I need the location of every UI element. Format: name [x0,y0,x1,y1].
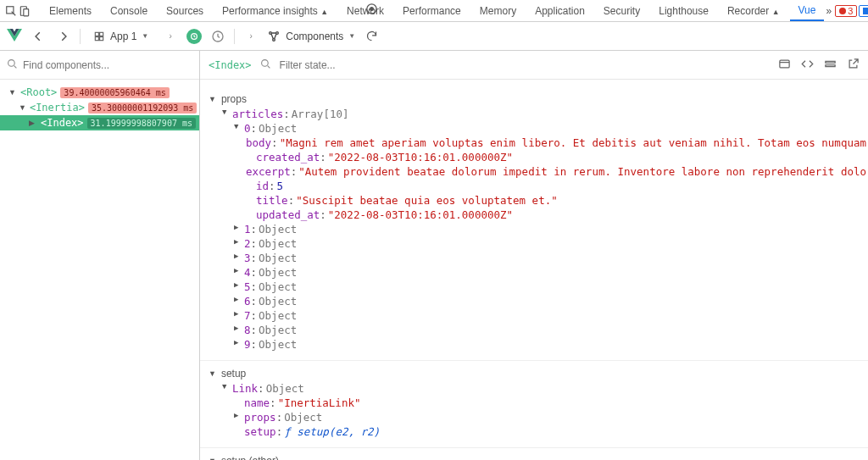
svg-rect-5 [100,32,103,36]
svg-point-10 [270,31,272,34]
prop-updated-at[interactable]: updated_at: "2022-08-03T10:16:01.000000Z… [200,208,868,222]
prop-body[interactable]: body: "Magni rem amet aperiam voluptas e… [200,136,868,150]
caret-right-icon: ▶ [234,338,244,346]
scroll-to-component-icon[interactable] [778,58,791,73]
caret-down-icon: ▼ [222,382,232,391]
chevron-down-icon: ▼ [348,32,355,40]
state-inspector-panel: <Index> ▼props ▼articles: Array[10] ▼0: … [200,51,868,460]
svg-rect-17 [780,60,789,68]
setup-link-props[interactable]: ▶props: Object [200,410,868,424]
inspect-dom-icon[interactable] [824,58,837,73]
prop-excerpt[interactable]: excerpt: "Autem provident beatae dolorum… [200,164,868,179]
caret-right-icon: ▶ [29,119,37,127]
prop-articles-8[interactable]: ▶8: Object [200,323,868,337]
caret-right-icon: ▶ [234,237,244,246]
caret-right-icon: ▶ [234,295,244,303]
section-header-setup[interactable]: ▼setup [200,366,868,381]
setup-link-setup[interactable]: setup: ƒ setup(e2, r2) [200,424,868,439]
divider [234,29,235,44]
caret-down-icon: ▼ [209,369,216,378]
section-header-setup-other[interactable]: ▼setup (other) [200,453,868,460]
tree-node-index[interactable]: ▶ <Index> 31.19999998807907 ms [0,115,199,130]
tab-elements[interactable]: Elements [41,2,100,20]
tree-node-root[interactable]: ▼ <Root> 39.40000005960464 ms [0,85,199,100]
tree-node-timing: 31.19999998807907 ms [87,118,196,129]
prop-articles-4[interactable]: ▶4: Object [200,265,868,280]
timeline-tab-icon[interactable] [209,27,227,46]
inspector-tab-icon[interactable] [186,29,202,44]
setup-link[interactable]: ▼Link: Object [200,381,868,396]
chevron-right-icon[interactable]: › [242,27,260,46]
select-component-icon[interactable] [362,0,381,19]
tab-sources[interactable]: Sources [158,2,212,20]
app-selector-label: App 1 [110,30,136,42]
caret-down-icon: ▼ [234,122,244,130]
svg-rect-2 [24,8,29,15]
vue-logo-icon [7,29,22,44]
caret-right-icon: ▶ [234,252,244,260]
prop-articles-9[interactable]: ▶9: Object [200,337,868,352]
tree-node-label: <Inertia> [30,102,85,114]
prop-articles-3[interactable]: ▶3: Object [200,251,868,265]
inspector-selector[interactable]: Components ▼ [267,30,355,43]
tree-node-timing: 39.40000005960464 ms [60,87,169,98]
tab-console[interactable]: Console [102,2,156,20]
caret-down-icon: ▼ [222,108,232,116]
inspector-selector-label: Components [286,30,343,42]
nav-forward-icon[interactable] [54,27,73,46]
vue-toolbar: App 1 ▼ › › Components ▼ ⋮ [0,22,868,51]
refresh-icon[interactable] [362,27,381,46]
inspect-element-icon[interactable] [5,3,17,19]
search-icon [7,58,18,72]
prop-articles-2[interactable]: ▶2: Object [200,236,868,251]
prop-articles-5[interactable]: ▶5: Object [200,280,868,294]
tree-node-label: <Root> [20,86,57,98]
caret-right-icon: ▶ [234,411,244,419]
svg-rect-19 [826,64,835,66]
svg-point-15 [8,59,15,66]
open-in-editor-icon[interactable] [847,58,860,73]
setup-link-name[interactable]: name: "InertiaLink" [200,396,868,410]
prop-articles-1[interactable]: ▶1: Object [200,222,868,236]
caret-right-icon: ▶ [234,324,244,332]
prop-articles-6[interactable]: ▶6: Object [200,294,868,308]
svg-rect-6 [95,36,98,40]
prop-id[interactable]: id: 5 [200,179,868,193]
svg-rect-18 [826,61,835,63]
prop-articles-0[interactable]: ▼0: Object [200,121,868,136]
prop-created-at[interactable]: created_at: "2022-08-03T10:16:01.000000Z… [200,150,868,164]
component-search-input[interactable] [23,59,192,71]
chevron-right-icon[interactable]: › [161,27,180,46]
prop-articles[interactable]: ▼articles: Array[10] [200,107,868,121]
svg-point-16 [261,59,268,66]
prop-title[interactable]: title: "Suscipit beatae quia eos volupta… [200,193,868,208]
caret-right-icon: ▶ [234,280,244,289]
tree-node-timing: 35.30000001192093 ms [88,103,197,114]
tree-node-inertia[interactable]: ▼ <Inertia> 35.30000001192093 ms [0,100,199,115]
caret-right-icon: ▶ [234,309,244,318]
caret-down-icon: ▼ [19,103,26,112]
component-tree-panel: ▼ <Root> 39.40000005960464 ms ▼ <Inertia… [0,51,200,460]
caret-down-icon: ▼ [8,88,17,97]
device-toggle-icon[interactable] [19,3,31,19]
prop-articles-7[interactable]: ▶7: Object [200,308,868,323]
selected-component-name: <Index> [209,59,252,71]
caret-down-icon: ▼ [209,95,216,103]
state-filter-input[interactable] [280,59,407,71]
section-header-props[interactable]: ▼props [200,91,868,107]
app-selector[interactable]: App 1 ▼ [87,28,154,45]
caret-right-icon: ▶ [234,266,244,274]
chevron-down-icon: ▼ [142,32,148,40]
svg-point-12 [273,38,275,41]
search-icon [260,58,271,72]
tree-node-label: <Index> [41,117,84,129]
nav-back-icon[interactable] [29,27,47,46]
tab-performance-insights[interactable]: Performance insights ▲ [214,2,337,20]
show-render-code-icon[interactable] [801,58,814,73]
caret-down-icon: ▼ [209,457,216,460]
svg-rect-4 [95,32,98,36]
svg-rect-7 [100,36,103,40]
component-search-row [0,51,199,80]
svg-point-14 [370,8,373,11]
svg-point-11 [276,31,279,34]
